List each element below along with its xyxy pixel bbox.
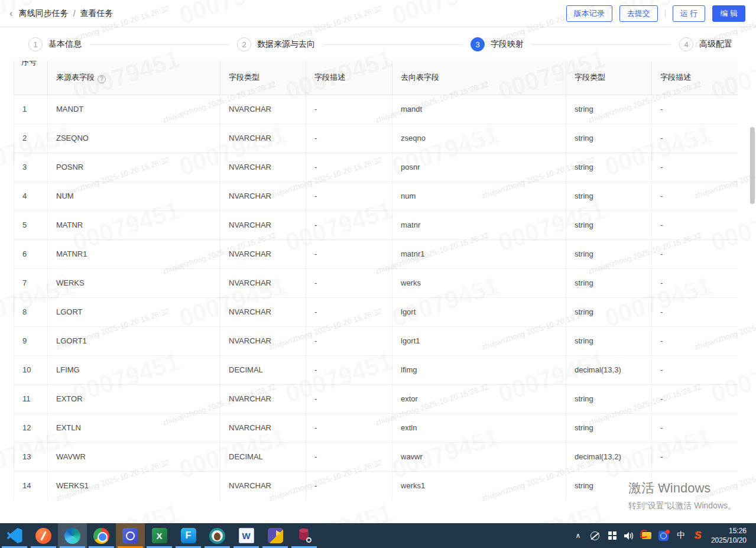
taskbar-clock[interactable]: 15:26 2025/10/20: [709, 526, 750, 545]
table-cell: -: [652, 442, 738, 471]
table-cell: 1: [14, 95, 48, 124]
word-icon[interactable]: W: [232, 523, 261, 548]
step-2-circle: 2: [237, 37, 251, 51]
orange-round-app-icon[interactable]: [29, 523, 58, 548]
edge-icon[interactable]: [58, 523, 87, 548]
table-cell: NVARCHAR: [220, 471, 306, 500]
step-source-dest[interactable]: 2 数据来源与去向: [237, 37, 315, 51]
taskbar: X F W ∧ 中 S 15:26 2025/10/20: [0, 523, 756, 548]
table-cell: NVARCHAR: [220, 413, 306, 442]
edit-button[interactable]: 编 辑: [712, 5, 745, 22]
table-cell: MATNR1: [48, 239, 220, 268]
notification-app-icon[interactable]: [657, 527, 670, 544]
table-cell: NVARCHAR: [220, 95, 306, 124]
step-1-label: 基本信息: [48, 39, 82, 50]
table-cell: -: [306, 384, 392, 413]
table-cell: 6: [14, 239, 48, 268]
table-cell: WAVWR: [48, 442, 220, 471]
table-cell: NUM: [48, 181, 220, 210]
table-cell: -: [652, 153, 738, 181]
help-icon[interactable]: ?: [98, 75, 106, 83]
chevron-up-icon[interactable]: ∧: [572, 527, 585, 544]
sync-client-icon[interactable]: [116, 523, 145, 548]
table-cell: extln: [392, 413, 566, 442]
table-cell: string: [566, 297, 652, 326]
run-button[interactable]: 运 行: [673, 5, 706, 22]
table-cell: NVARCHAR: [220, 210, 306, 239]
mail-icon[interactable]: [640, 527, 653, 544]
database-tool-icon[interactable]: [290, 523, 319, 548]
speaker-icon[interactable]: [623, 527, 636, 544]
table-cell: decimal(13,2): [566, 442, 652, 471]
table-cell: NVARCHAR: [220, 239, 306, 268]
table-row: 4NUMNVARCHAR-numstring-: [14, 181, 738, 210]
table-cell: wavwr: [392, 442, 566, 471]
chrome-icon[interactable]: [87, 523, 116, 548]
excel-icon[interactable]: X: [145, 523, 174, 548]
scrollbar-thumb[interactable]: [750, 127, 755, 204]
breadcrumb-parent[interactable]: 离线同步任务: [19, 8, 69, 19]
grid-icon[interactable]: [606, 527, 619, 544]
purple-yellow-app-icon[interactable]: [261, 523, 290, 548]
breadcrumb-current: 查看任务: [80, 8, 113, 19]
table-cell: extor: [392, 384, 566, 413]
table-cell: lfimg: [392, 355, 566, 384]
network-globe-icon[interactable]: [589, 527, 602, 544]
breadcrumb-separator: /: [73, 9, 76, 18]
breadcrumb: ‹ 离线同步任务 / 查看任务: [9, 8, 113, 19]
table-cell: -: [306, 268, 392, 297]
field-mapping-table: 序号 来源表字段? 字段类型 字段描述 去向表字段 字段类型 字段描述 1MAN…: [14, 61, 738, 500]
version-history-button[interactable]: 版本记录: [566, 5, 612, 22]
table-cell: NVARCHAR: [220, 384, 306, 413]
table-cell: string: [566, 384, 652, 413]
table-cell: DECIMAL: [220, 355, 306, 384]
blue-f-app-icon[interactable]: F: [174, 523, 203, 548]
submit-button[interactable]: 去提交: [619, 5, 658, 22]
table-cell: 11: [14, 384, 48, 413]
table-row: 3POSNRNVARCHAR-posnrstring-: [14, 153, 738, 181]
table-row: 6MATNR1NVARCHAR-matnr1string-: [14, 239, 738, 268]
top-bar: ‹ 离线同步任务 / 查看任务 版本记录 去提交 运 行 编 辑: [0, 0, 756, 27]
table-cell: 7: [14, 268, 48, 297]
step-advanced-config[interactable]: 4 高级配置: [679, 37, 732, 51]
table-cell: posnr: [392, 153, 566, 181]
table-cell: -: [652, 181, 738, 210]
step-connector: [90, 44, 229, 45]
dbeaver-icon[interactable]: [203, 523, 232, 548]
table-cell: -: [652, 355, 738, 384]
table-cell: NVARCHAR: [220, 181, 306, 210]
step-connector: [323, 44, 462, 45]
table-cell: EXTLN: [48, 413, 220, 442]
table-cell: num: [392, 181, 566, 210]
table-row: 13WAVWRDECIMAL-wavwrdecimal(13,2)-: [14, 442, 738, 471]
table-row: 8LGORTNVARCHAR-lgortstring-: [14, 297, 738, 326]
step-basic-info[interactable]: 1 基本信息: [28, 37, 82, 51]
table-row: 5MATNRNVARCHAR-matnrstring-: [14, 210, 738, 239]
table-cell: 12: [14, 413, 48, 442]
table-cell: string: [566, 326, 652, 355]
step-field-mapping[interactable]: 3 字段映射: [471, 37, 524, 51]
header-source-type: 字段类型: [220, 61, 306, 95]
sogou-icon[interactable]: S: [692, 527, 705, 544]
table-cell: mandt: [392, 95, 566, 124]
back-chevron-icon[interactable]: ‹: [9, 8, 13, 18]
ime-indicator[interactable]: 中: [674, 527, 687, 544]
table-cell: -: [652, 239, 738, 268]
table-cell: 3: [14, 153, 48, 181]
table-cell: lgort1: [392, 326, 566, 355]
table-cell: string: [566, 268, 652, 297]
activation-subtitle: 转到“设置”以激活 Windows。: [628, 501, 736, 511]
table-cell: string: [566, 124, 652, 153]
table-cell: -: [652, 326, 738, 355]
table-cell: LGORT: [48, 297, 220, 326]
taskbar-apps: X F W: [0, 523, 319, 548]
table-cell: string: [566, 95, 652, 124]
header-source-desc: 字段描述: [306, 61, 392, 95]
table-cell: decimal(13,3): [566, 355, 652, 384]
vscode-icon[interactable]: [0, 523, 29, 548]
table-cell: -: [652, 413, 738, 442]
table-row: 1MANDTNVARCHAR-mandtstring-: [14, 95, 738, 124]
table-cell: string: [566, 153, 652, 181]
table-cell: string: [566, 239, 652, 268]
table-cell: matnr1: [392, 239, 566, 268]
